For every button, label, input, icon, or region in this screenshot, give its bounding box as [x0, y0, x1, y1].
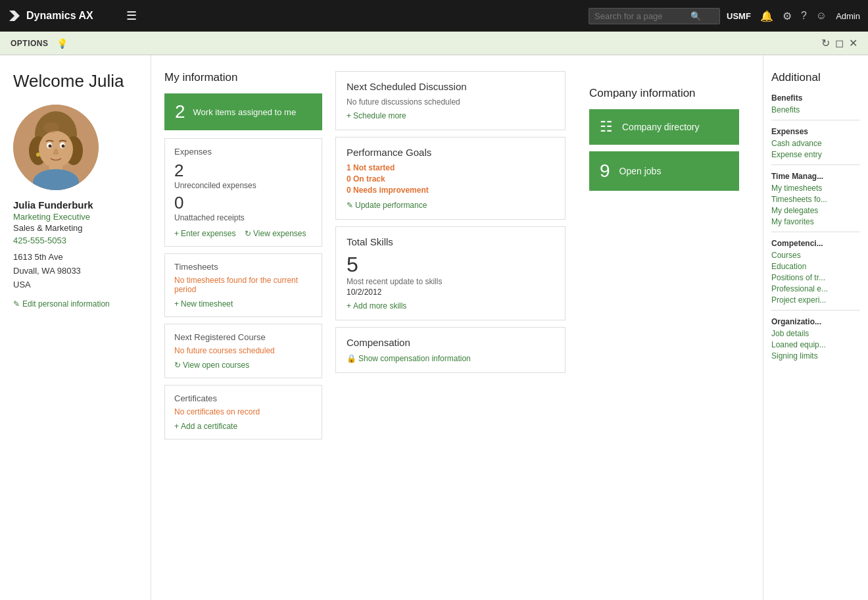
expense-entry-link[interactable]: Expense entry	[771, 150, 860, 159]
profile-phone[interactable]: 425-555-5053	[13, 236, 137, 245]
brand-logo-area[interactable]: Dynamics AX	[8, 9, 113, 22]
svg-point-11	[62, 145, 65, 148]
job-details-link[interactable]: Job details	[771, 329, 860, 338]
add-certificate-link[interactable]: + Add a certificate	[174, 422, 237, 431]
unattached-count: 0	[174, 193, 312, 213]
dynamics-logo-icon	[8, 9, 21, 22]
right-column: Next Scheduled Discussion No future disc…	[335, 71, 566, 584]
view-open-courses-link[interactable]: ↻ View open courses	[174, 361, 249, 370]
avatar-image	[13, 105, 99, 190]
my-delegates-link[interactable]: My delegates	[771, 206, 860, 215]
lock-icon: 🔒	[347, 354, 356, 363]
divider4	[771, 310, 860, 311]
skills-title: Total Skills	[347, 236, 554, 247]
my-favorites-link[interactable]: My favorites	[771, 217, 860, 226]
search-icon[interactable]: 🔍	[690, 11, 701, 21]
bulb-icon[interactable]: 💡	[57, 38, 68, 49]
avatar	[13, 105, 99, 190]
positions-link[interactable]: Positions of tr...	[771, 273, 860, 282]
admin-label: Admin	[836, 11, 860, 21]
next-course-card: Next Registered Course No future courses…	[164, 324, 322, 378]
profile-job-title: Marketing Executive	[13, 212, 137, 222]
work-items-card[interactable]: 2 Work items assigned to me	[164, 93, 322, 130]
professional-link[interactable]: Professional e...	[771, 284, 860, 293]
time-management-section-label: Time Manag...	[771, 172, 860, 181]
my-timesheets-link[interactable]: My timesheets	[771, 184, 860, 193]
open-jobs-label: Open jobs	[619, 166, 662, 176]
address-line1: 1613 5th Ave	[13, 251, 137, 264]
signing-limits-link[interactable]: Signing limits	[771, 351, 860, 361]
expenses-title: Expenses	[174, 147, 312, 157]
company-code: USMF	[727, 11, 751, 21]
search-input[interactable]	[594, 11, 687, 21]
plus-icon5: +	[347, 301, 351, 311]
additional-panel: Additional Benefits Benefits Expenses Ca…	[763, 55, 868, 600]
organization-section-label: Organizatio...	[771, 317, 860, 326]
unattached-label: Unattached receipts	[174, 213, 312, 222]
svg-point-10	[49, 145, 52, 148]
user-icon[interactable]: ☺	[816, 10, 827, 22]
close-icon[interactable]: ✕	[849, 37, 857, 49]
performance-goals-card: Performance Goals 1 Not started 0 On tra…	[335, 137, 566, 220]
benefits-section-label: Benefits	[771, 93, 860, 103]
expenses-section-label: Expenses	[771, 127, 860, 136]
profile-address: 1613 5th Ave Duvall, WA 98033 USA	[13, 251, 137, 291]
additional-title: Additional	[771, 71, 860, 84]
update-performance-link[interactable]: ✎ Update performance	[347, 201, 427, 210]
project-exp-link[interactable]: Project experi...	[771, 295, 860, 305]
view-expenses-link[interactable]: ↻ View expenses	[245, 229, 306, 238]
restore-icon[interactable]: ◻	[835, 37, 844, 49]
svg-point-13	[43, 122, 59, 133]
divider1	[771, 120, 860, 120]
refresh-icon[interactable]: ↻	[821, 37, 830, 49]
address-line2: Duvall, WA 98033	[13, 264, 137, 278]
welcome-title: Welcome Julia	[13, 71, 137, 91]
new-timesheet-link[interactable]: + New timesheet	[174, 299, 233, 309]
cash-advance-link[interactable]: Cash advance	[771, 139, 860, 148]
company-information-section: Company information ☷ Company directory …	[579, 71, 750, 584]
expenses-card: Expenses 2 Unreconciled expenses 0 Unatt…	[164, 138, 322, 247]
show-compensation-link[interactable]: 🔒 Show compensation information	[347, 354, 471, 363]
directory-grid-icon: ☷	[600, 118, 613, 136]
add-skills-link[interactable]: + Add more skills	[347, 301, 406, 311]
help-icon[interactable]: ?	[801, 10, 807, 22]
skills-count: 5	[347, 253, 554, 277]
svg-marker-0	[9, 11, 20, 21]
certificates-no-data: No certificates on record	[174, 407, 312, 416]
plus-icon: +	[174, 229, 179, 238]
unreconciled-label: Unreconciled expenses	[174, 181, 312, 190]
not-started-item: 1 Not started	[347, 163, 554, 172]
notification-icon[interactable]: 🔔	[760, 10, 773, 22]
skills-date: 10/2/2012	[347, 288, 554, 297]
plus-icon2: +	[174, 299, 179, 309]
loaned-equip-link[interactable]: Loaned equip...	[771, 340, 860, 349]
timesheets-title: Timesheets	[174, 262, 312, 272]
timesheets-card: Timesheets No timesheets found for the c…	[164, 253, 322, 317]
work-items-label: Work items assigned to me	[193, 107, 297, 117]
settings-icon[interactable]: ⚙	[783, 10, 792, 22]
total-skills-card: Total Skills 5 Most recent update to ski…	[335, 226, 566, 320]
benefits-link[interactable]: Benefits	[771, 105, 860, 114]
education-link[interactable]: Education	[771, 262, 860, 271]
schedule-more-link[interactable]: + Schedule more	[347, 111, 406, 120]
profile-department: Sales & Marketing	[13, 223, 137, 233]
enter-expenses-link[interactable]: + Enter expenses	[174, 229, 235, 238]
options-bar: OPTIONS 💡 ↻ ◻ ✕	[0, 32, 868, 55]
timesheets-for-link[interactable]: Timesheets fo...	[771, 195, 860, 204]
divider3	[771, 232, 860, 232]
timesheets-no-data: No timesheets found for the current peri…	[174, 276, 312, 294]
edit-personal-info-link[interactable]: ✎ Edit personal information	[13, 299, 137, 309]
profile-panel: Welcome Julia	[0, 55, 151, 600]
compensation-title: Compensation	[347, 337, 554, 348]
discussion-title: Next Scheduled Discussion	[347, 81, 554, 92]
competencies-section-label: Competenci...	[771, 239, 860, 248]
search-bar[interactable]: 🔍	[589, 8, 720, 24]
view-icon: ↻	[245, 229, 251, 238]
courses-link[interactable]: Courses	[771, 251, 860, 260]
next-course-no-data: No future courses scheduled	[174, 346, 312, 355]
profile-name: Julia Funderburk	[13, 199, 137, 211]
hamburger-menu-button[interactable]: ☰	[126, 9, 137, 23]
pencil-icon2: ✎	[347, 201, 353, 210]
open-jobs-card[interactable]: 9 Open jobs	[589, 151, 739, 191]
company-directory-card[interactable]: ☷ Company directory	[589, 109, 739, 145]
